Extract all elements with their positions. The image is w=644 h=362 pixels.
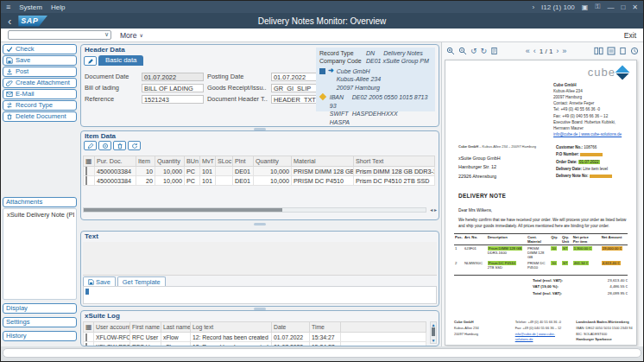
- col-header[interactable]: BUn: [185, 156, 200, 167]
- two-page-view-icon[interactable]: [594, 47, 603, 55]
- select-all-icon[interactable]: ▦: [84, 322, 94, 333]
- propose-items-button[interactable]: [84, 141, 97, 150]
- cell: 10,000: [155, 176, 185, 186]
- post-button[interactable]: Post: [3, 67, 77, 77]
- keyboard-icon[interactable]: ▣: [582, 3, 589, 11]
- col-header[interactable]: Log text: [191, 322, 272, 333]
- settings-section-button[interactable]: Settings: [3, 317, 77, 327]
- col-header[interactable]: Item: [136, 156, 155, 167]
- cell: 10,000: [155, 167, 185, 176]
- pdf-page[interactable]: cube Cube GmbH Kubus-Allee 234 20097 Ham…: [445, 60, 637, 346]
- scroll-down-arrow[interactable]: ▼: [431, 338, 436, 343]
- tab-basic-data[interactable]: Basic data: [98, 55, 143, 66]
- col-header[interactable]: Material: [292, 156, 354, 167]
- text-list-area[interactable]: [83, 242, 437, 276]
- create-attachment-button[interactable]: Create Attachment: [3, 78, 77, 88]
- command-combobox[interactable]: ∨: [8, 30, 111, 40]
- table-row[interactable]: 4500003384 20 10,000 PC 101 DE01 10,000 …: [84, 176, 435, 186]
- app-toolbar: ∨ More∨ Exit: [1, 29, 643, 42]
- splitter-handle[interactable]: [254, 223, 266, 225]
- single-page-icon[interactable]: [619, 47, 627, 55]
- text-view-icon[interactable]: [490, 47, 498, 55]
- row-checkbox[interactable]: [85, 167, 87, 176]
- previous-page-icon[interactable]: ‹: [534, 47, 536, 55]
- get-template-tab[interactable]: Get Template: [117, 276, 166, 286]
- menu-help[interactable]: Help: [51, 3, 65, 11]
- add-item-button[interactable]: [98, 141, 111, 150]
- reference-field[interactable]: 1521243: [142, 95, 204, 104]
- col-header[interactable]: Quantity: [254, 156, 292, 167]
- vertical-scrollbar[interactable]: ▲ ▼: [430, 321, 437, 344]
- refresh-items-button[interactable]: [128, 141, 141, 150]
- scrollbar-thumb[interactable]: [84, 208, 282, 212]
- letterhead: Cube GmbH Kubus-Allee 234 20097 Hamburg …: [553, 82, 629, 137]
- next-page-icon[interactable]: ›: [556, 47, 559, 55]
- scroll-arrows[interactable]: ◂ ▸: [430, 206, 437, 213]
- edit-button[interactable]: [84, 56, 97, 66]
- col-header[interactable]: Pur. Doc.: [95, 156, 136, 167]
- more-button[interactable]: More∨: [120, 31, 143, 40]
- minimize-button[interactable]: —: [607, 3, 614, 11]
- email-button[interactable]: E-Mail: [3, 89, 77, 99]
- cell: 12: Record has been created: [191, 333, 272, 342]
- menu-system[interactable]: System: [19, 3, 42, 11]
- chevron-down-icon: ∨: [139, 32, 142, 38]
- table-row[interactable]: XFLOW-RFC RFC User xFlow 12: Record has …: [84, 333, 426, 342]
- status-message-bar[interactable]: [3, 348, 641, 358]
- table-row[interactable]: 4500003384 10 10,000 PC 101 DE01 10,000 …: [84, 167, 435, 176]
- text-input-area[interactable]: [83, 286, 437, 304]
- col-header[interactable]: Last name: [161, 322, 191, 333]
- lock-icon[interactable]: ⚿: [595, 3, 600, 11]
- zoom-in-icon[interactable]: [446, 47, 455, 55]
- col-header[interactable]: Plnt: [233, 156, 254, 167]
- history-section-button[interactable]: History: [3, 331, 77, 341]
- record-type-button[interactable]: Record Type: [3, 100, 77, 111]
- chevron-right-icon[interactable]: ›: [532, 3, 534, 11]
- delete-document-button[interactable]: Delete Document: [3, 111, 77, 122]
- rotate-right-icon[interactable]: ↻: [481, 47, 488, 55]
- col-header[interactable]: First name: [130, 322, 161, 333]
- exit-button[interactable]: Exit: [624, 31, 636, 40]
- col-header[interactable]: User account: [94, 322, 130, 333]
- cell: xFlow: [161, 333, 191, 342]
- scrollbar-thumb[interactable]: [432, 327, 435, 336]
- cell: PRISM DIMM 128 GB: [292, 167, 354, 176]
- row-checkbox[interactable]: [85, 176, 87, 186]
- close-button[interactable]: ✕: [632, 3, 638, 11]
- pdf-viewer: ↺ ↻ « ‹ 1 / 1 › » cube: [441, 42, 643, 346]
- document-date-field[interactable]: 01.07.2022: [142, 73, 204, 81]
- first-page-icon[interactable]: «: [526, 47, 530, 55]
- attachment-item[interactable]: xSuite Delivery Note (PD: [5, 211, 74, 219]
- col-header[interactable]: SLoc: [216, 156, 233, 167]
- cell: 4500003384: [95, 176, 136, 186]
- header-fields: Document Date 01.07.2022 Posting Date 01…: [85, 71, 333, 105]
- hamburger-menu-icon[interactable]: ≡: [6, 3, 10, 11]
- col-header[interactable]: MvT: [200, 156, 216, 167]
- last-page-icon[interactable]: »: [562, 47, 566, 55]
- arrow-right-icon[interactable]: ➜: [328, 67, 334, 92]
- rotate-left-icon[interactable]: ↺: [470, 47, 477, 55]
- text-save-tab[interactable]: Save: [83, 276, 116, 286]
- maximize-button[interactable]: □: [621, 3, 625, 11]
- col-header[interactable]: Time: [310, 322, 341, 333]
- delivery-note-heading: DELIVERY NOTE: [458, 193, 506, 199]
- delete-item-button[interactable]: [113, 141, 126, 150]
- info-icon[interactable]: [630, 47, 639, 55]
- fit-width-icon[interactable]: [607, 47, 616, 55]
- bill-of-lading-field[interactable]: BILL OF LADING: [142, 84, 204, 92]
- check-button[interactable]: Check: [3, 44, 77, 54]
- record-type-desc: Delivery Notes: [383, 49, 423, 57]
- col-header[interactable]: Short Text: [354, 156, 435, 167]
- zoom-out-icon[interactable]: [458, 47, 467, 55]
- save-button[interactable]: Save: [3, 55, 77, 66]
- recipient-address: xSuite Group GmbH Hamburger Str. 12 2292…: [458, 154, 501, 181]
- pdf-col-header: Qty.: [550, 234, 561, 245]
- attachments-section-header[interactable]: Attachments: [3, 197, 77, 207]
- select-all-icon[interactable]: ▦: [84, 156, 95, 167]
- display-section-button[interactable]: Display: [3, 303, 77, 314]
- row-checkbox[interactable]: [85, 333, 87, 341]
- col-header[interactable]: Quantity: [155, 156, 185, 167]
- pencil-icon: [87, 58, 94, 65]
- horizontal-scrollbar[interactable]: [83, 207, 426, 213]
- col-header[interactable]: Date: [272, 322, 310, 333]
